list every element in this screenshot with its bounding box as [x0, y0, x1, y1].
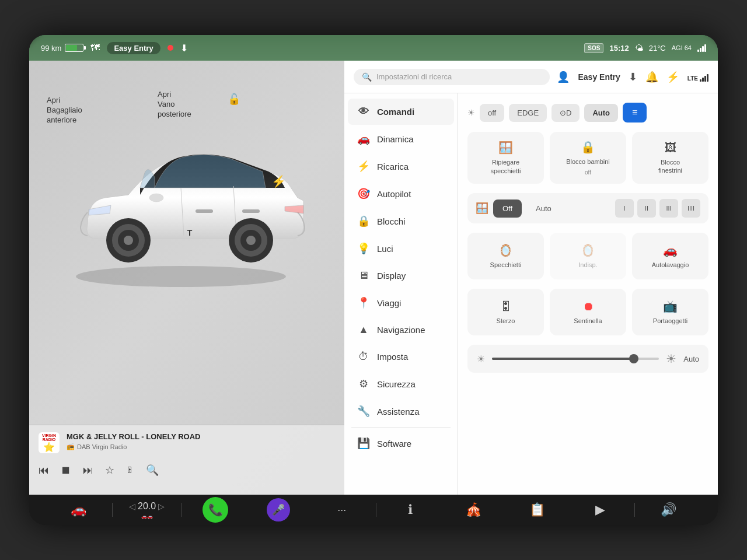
- wiper-speed-4[interactable]: IIII: [682, 199, 700, 218]
- sos-badge: SOS: [584, 43, 603, 53]
- menu-item-autopilot[interactable]: 🎯 Autopilot: [348, 180, 454, 207]
- voice-button[interactable]: 🎤: [267, 498, 290, 522]
- taskbar-car[interactable]: 🚗: [47, 502, 110, 517]
- status-bar: 99 km 🗺 Easy Entry ⬇ SOS 15:12 🌤 21°C AG…: [29, 35, 718, 61]
- sentinella-card[interactable]: ⏺ Sentinella: [550, 289, 626, 335]
- search-box[interactable]: 🔍 Impostazioni di ricerca: [354, 69, 550, 85]
- autopilot-label: Autopilot: [377, 189, 411, 199]
- window-lock-icon: 🖼: [665, 141, 676, 155]
- taskbar-card[interactable]: 📋: [505, 502, 568, 517]
- search-music-button[interactable]: 🔍: [146, 464, 159, 477]
- brightness-slider[interactable]: [492, 358, 659, 360]
- sentinella-label: Sentinella: [574, 317, 602, 325]
- battery-km: 99 km: [41, 44, 61, 52]
- settings-body: 👁 Comandi 🚗 Dinamica ⚡ Ricarica 🎯 Autopi…: [344, 93, 718, 495]
- blocco-bambini-card[interactable]: 🔒 Blocco bambini off: [550, 132, 626, 184]
- comandi-label: Comandi: [377, 107, 414, 117]
- menu-item-viaggi[interactable]: 📍 Viaggi: [348, 289, 454, 316]
- stop-button[interactable]: ⏹: [61, 464, 71, 477]
- blocco-finestrini-card[interactable]: 🖼 Bloccofinestrini: [632, 132, 708, 184]
- sicurezza-label: Sicurezza: [377, 379, 416, 389]
- sun-icon: ☀: [477, 354, 485, 365]
- imposta-icon: ⏱: [357, 351, 370, 363]
- sun-bright-icon: ☀: [666, 352, 676, 366]
- taskbar-temp[interactable]: ◁ 20.0 ▷ 🚗🚗: [115, 501, 178, 519]
- divider-3: [376, 503, 376, 517]
- taskbar-mic[interactable]: 🎤: [247, 498, 310, 522]
- menu-item-navigazione[interactable]: ▲ Navigazione: [348, 317, 454, 343]
- window-lock-label: Bloccofinestrini: [658, 158, 682, 175]
- mode-edge-btn[interactable]: EDGE: [509, 104, 547, 122]
- portaoggetti-card[interactable]: 📺 Portaoggetti: [632, 289, 708, 335]
- menu-item-software[interactable]: 💾 Software: [348, 430, 454, 457]
- autolavaggio-card[interactable]: 🚗 Autolavaggio: [632, 233, 708, 279]
- download-header-icon[interactable]: ⬇: [629, 71, 637, 83]
- prev-button[interactable]: ⏮: [39, 464, 49, 477]
- display-label: Display: [377, 271, 406, 281]
- search-icon: 🔍: [362, 72, 372, 82]
- menu-item-blocchi[interactable]: 🔒 Blocchi: [348, 208, 454, 235]
- wiper-off-btn[interactable]: Off: [493, 200, 522, 218]
- ripiegare-specchietti-card[interactable]: 🪟 Ripiegarespecchietti: [467, 132, 544, 184]
- menu-item-comandi[interactable]: 👁 Comandi: [348, 99, 454, 125]
- autolavaggio-label: Autolavaggio: [652, 261, 689, 269]
- wiper-speed-2[interactable]: II: [637, 199, 656, 218]
- settings-header: 🔍 Impostazioni di ricerca 👤 Easy Entry ⬇…: [344, 61, 718, 93]
- wiper-speed-buttons: I II III IIII: [615, 199, 700, 218]
- agi-indicator: AGI 64: [672, 44, 692, 51]
- phone-button[interactable]: 📞: [203, 497, 228, 523]
- tesla-screen: 99 km 🗺 Easy Entry ⬇ SOS 15:12 🌤 21°C AG…: [29, 35, 718, 525]
- portaoggetti-label: Portaoggetti: [653, 317, 687, 325]
- display-icon: 🖥: [357, 270, 370, 282]
- map-icon[interactable]: 🗺: [90, 43, 100, 53]
- svg-text:T: T: [187, 228, 193, 237]
- main-area: ApriBagagliaioanteriore ApriVanoposterio…: [29, 61, 718, 495]
- next-button[interactable]: ⏭: [83, 464, 93, 477]
- wiper-speed-3[interactable]: III: [659, 199, 678, 218]
- menu-item-sicurezza[interactable]: ⚙ Sicurezza: [348, 370, 454, 397]
- menu-item-assistenza[interactable]: 🔧 Assistenza: [348, 398, 454, 425]
- recording-dot: [167, 45, 173, 51]
- menu-item-ricarica[interactable]: ⚡ Ricarica: [348, 153, 454, 180]
- bell-icon[interactable]: 🔔: [645, 71, 658, 83]
- mode-off-btn[interactable]: off: [480, 104, 504, 122]
- menu-item-display[interactable]: 🖥 Display: [348, 262, 454, 289]
- sterzo-card[interactable]: 🎛 Sterzo: [467, 289, 544, 335]
- taskbar-volume[interactable]: 🔊: [637, 502, 700, 517]
- menu-item-dinamica[interactable]: 🚗 Dinamica: [348, 125, 454, 152]
- specchietti-card[interactable]: 🪞 Specchietti: [467, 233, 544, 279]
- battery-info: 99 km: [41, 44, 83, 52]
- taskbar: 🚗 ◁ 20.0 ▷ 🚗🚗 📞 🎤 ··· ℹ 🎪: [29, 495, 718, 525]
- taskbar-dots[interactable]: ···: [310, 504, 374, 516]
- viaggi-label: Viaggi: [377, 298, 401, 308]
- svg-point-12: [246, 236, 256, 245]
- taskbar-phone[interactable]: 📞: [184, 497, 247, 523]
- menu-item-luci[interactable]: 💡 Luci: [348, 235, 454, 262]
- mode-d-btn[interactable]: ⊙D: [551, 104, 580, 122]
- taskbar-info[interactable]: ℹ: [379, 502, 442, 517]
- luci-label: Luci: [377, 244, 393, 254]
- mode-auto-btn[interactable]: Auto: [584, 104, 618, 122]
- favorite-button[interactable]: ☆: [105, 464, 114, 477]
- assistenza-label: Assistenza: [377, 407, 420, 416]
- dinamica-label: Dinamica: [377, 134, 414, 144]
- wiper-icon: 🪟: [476, 202, 488, 215]
- brightness-icon: ☀: [467, 108, 475, 117]
- taskbar-apps[interactable]: 🎪: [442, 502, 505, 517]
- wiper-auto-btn[interactable]: Auto: [526, 200, 561, 218]
- bluetooth-icon[interactable]: ⚡: [666, 71, 679, 83]
- indisp-card[interactable]: 🪞 Indisp.: [550, 233, 626, 279]
- indisp-icon: 🪞: [581, 243, 595, 257]
- charging-indicator: ⚡: [271, 174, 286, 188]
- wiper-speed-1[interactable]: I: [615, 199, 634, 218]
- mode-hd-btn[interactable]: ≡: [623, 103, 647, 123]
- menu-item-imposta[interactable]: ⏱ Imposta: [348, 344, 454, 370]
- status-right: SOS 15:12 🌤 21°C AGI 64: [584, 43, 706, 53]
- music-artist: MGK & JELLY ROLL - LONELY ROAD: [67, 432, 335, 441]
- equalizer-button[interactable]: 🎚: [126, 466, 134, 475]
- svg-point-13: [149, 194, 163, 202]
- temperature: 21°C: [649, 44, 666, 52]
- divider-1: [112, 503, 113, 517]
- taskbar-play[interactable]: ▶: [568, 502, 631, 517]
- luci-icon: 💡: [357, 242, 370, 255]
